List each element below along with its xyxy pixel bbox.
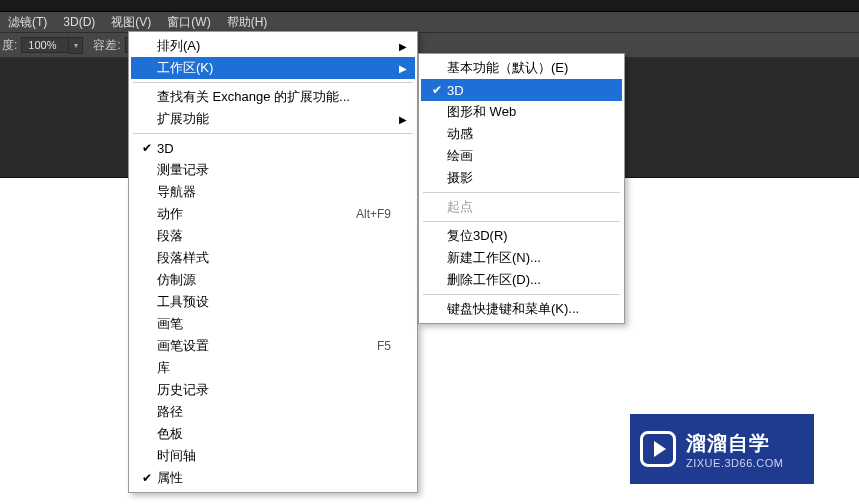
window-menu-item[interactable]: 扩展功能▶: [131, 108, 415, 130]
workspace-menu-item-label: 删除工作区(D)...: [447, 271, 598, 289]
workspace-menu-item-label: 新建工作区(N)...: [447, 249, 598, 267]
window-menu-item-label: 动作: [157, 205, 326, 223]
window-menu-item-label: 段落: [157, 227, 391, 245]
watermark-title: 溜溜自学: [686, 430, 783, 457]
window-menu-item[interactable]: ✔属性: [131, 467, 415, 489]
workspace-menu-item-label: 键盘快捷键和菜单(K)...: [447, 300, 598, 318]
window-menu-item-label: 查找有关 Exchange 的扩展功能...: [157, 88, 391, 106]
menu-view[interactable]: 视图(V): [103, 12, 159, 33]
submenu-arrow-icon: ▶: [399, 114, 407, 125]
window-menu-item-label: 段落样式: [157, 249, 391, 267]
shortcut-label: Alt+F9: [356, 207, 391, 221]
window-menu-item[interactable]: 时间轴: [131, 445, 415, 467]
window-menu-item-label: 画笔: [157, 315, 391, 333]
workspace-menu-item-label: 图形和 Web: [447, 103, 598, 121]
window-menu-item[interactable]: 导航器: [131, 181, 415, 203]
workspace-menu-item-label: 基本功能（默认）(E): [447, 59, 598, 77]
checkmark-icon: ✔: [427, 83, 447, 97]
menu-window[interactable]: 窗口(W): [159, 12, 218, 33]
window-menu-item-label: 扩展功能: [157, 110, 391, 128]
window-menu-item-label: 画笔设置: [157, 337, 347, 355]
window-menu-item-label: 仿制源: [157, 271, 391, 289]
window-menu-item[interactable]: 色板: [131, 423, 415, 445]
menu-help[interactable]: 帮助(H): [219, 12, 276, 33]
tolerance-label: 容差:: [93, 37, 120, 54]
degree-dropdown-icon[interactable]: ▾: [69, 37, 83, 54]
window-menu-item[interactable]: 工具预设: [131, 291, 415, 313]
window-menu-item[interactable]: 测量记录: [131, 159, 415, 181]
window-menu-item-label: 时间轴: [157, 447, 391, 465]
workspace-menu-item-label: 摄影: [447, 169, 598, 187]
window-menu-item[interactable]: 查找有关 Exchange 的扩展功能...: [131, 86, 415, 108]
window-menu-item-label: 库: [157, 359, 391, 377]
workspace-menu-item[interactable]: ✔3D: [421, 79, 622, 101]
workspace-submenu-dropdown: 基本功能（默认）(E)✔3D图形和 Web动感绘画摄影起点复位3D(R)新建工作…: [418, 53, 625, 324]
window-menu-item-label: 路径: [157, 403, 391, 421]
window-menu-item-label: 排列(A): [157, 37, 391, 55]
window-menu-item-label: 导航器: [157, 183, 391, 201]
workspace-menu-item[interactable]: 键盘快捷键和菜单(K)...: [421, 298, 622, 320]
menu-filter[interactable]: 滤镜(T): [0, 12, 55, 33]
window-menu-item-label: 色板: [157, 425, 391, 443]
workspace-menu-item-label: 绘画: [447, 147, 598, 165]
window-menu-separator: [133, 82, 413, 83]
window-menu-item[interactable]: 仿制源: [131, 269, 415, 291]
submenu-arrow-icon: ▶: [399, 63, 407, 74]
window-menu-item[interactable]: 段落样式: [131, 247, 415, 269]
workspace-menu-item[interactable]: 删除工作区(D)...: [421, 269, 622, 291]
workspace-menu-item-label: 复位3D(R): [447, 227, 598, 245]
window-menu-item[interactable]: 路径: [131, 401, 415, 423]
workspace-menu-item[interactable]: 图形和 Web: [421, 101, 622, 123]
window-menu-item-label: 工作区(K): [157, 59, 391, 77]
window-menu-item[interactable]: 库: [131, 357, 415, 379]
workspace-menu-separator: [423, 221, 620, 222]
window-menu-item-label: 3D: [157, 141, 391, 156]
workspace-menu-item: 起点: [421, 196, 622, 218]
workspace-menu-item[interactable]: 新建工作区(N)...: [421, 247, 622, 269]
workspace-menu-item[interactable]: 绘画: [421, 145, 622, 167]
window-menu-item[interactable]: ✔3D: [131, 137, 415, 159]
window-menu-item-label: 历史记录: [157, 381, 391, 399]
window-top-strip: [0, 0, 859, 12]
menubar: 滤镜(T) 3D(D) 视图(V) 窗口(W) 帮助(H): [0, 12, 859, 32]
window-menu-item[interactable]: 工作区(K)▶: [131, 57, 415, 79]
window-menu-item-label: 测量记录: [157, 161, 391, 179]
watermark-url: ZIXUE.3D66.COM: [686, 457, 783, 469]
degree-field[interactable]: 100%: [21, 37, 69, 53]
window-menu-item[interactable]: 画笔设置F5: [131, 335, 415, 357]
shortcut-label: F5: [377, 339, 391, 353]
workspace-menu-item[interactable]: 摄影: [421, 167, 622, 189]
workspace-menu-item[interactable]: 复位3D(R): [421, 225, 622, 247]
submenu-arrow-icon: ▶: [399, 41, 407, 52]
checkmark-icon: ✔: [137, 471, 157, 485]
window-menu-item[interactable]: 动作Alt+F9: [131, 203, 415, 225]
workspace-menu-separator: [423, 294, 620, 295]
window-menu-dropdown: 排列(A)▶工作区(K)▶查找有关 Exchange 的扩展功能...扩展功能▶…: [128, 31, 418, 493]
degree-label: 度:: [2, 37, 17, 54]
workspace-menu-item[interactable]: 基本功能（默认）(E): [421, 57, 622, 79]
window-menu-item[interactable]: 段落: [131, 225, 415, 247]
window-menu-item-label: 工具预设: [157, 293, 391, 311]
window-menu-item[interactable]: 历史记录: [131, 379, 415, 401]
workspace-menu-item-label: 3D: [447, 83, 598, 98]
workspace-menu-item-label: 起点: [447, 198, 598, 216]
window-menu-item-label: 属性: [157, 469, 391, 487]
workspace-menu-item[interactable]: 动感: [421, 123, 622, 145]
play-logo-icon: [640, 431, 676, 467]
window-menu-item[interactable]: 画笔: [131, 313, 415, 335]
window-menu-item[interactable]: 排列(A)▶: [131, 35, 415, 57]
watermark: 溜溜自学 ZIXUE.3D66.COM: [630, 414, 814, 484]
window-menu-separator: [133, 133, 413, 134]
workspace-menu-separator: [423, 192, 620, 193]
checkmark-icon: ✔: [137, 141, 157, 155]
menu-3d[interactable]: 3D(D): [55, 13, 103, 31]
workspace-menu-item-label: 动感: [447, 125, 598, 143]
